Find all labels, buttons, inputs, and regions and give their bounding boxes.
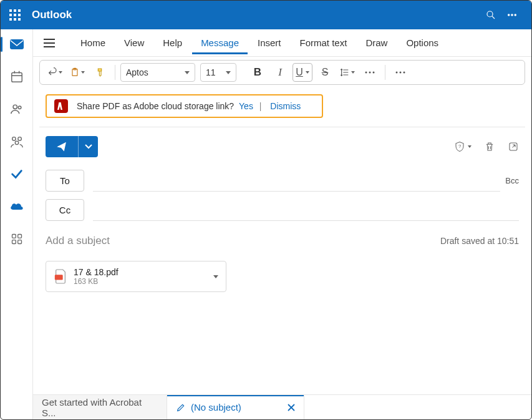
italic-button[interactable]: I xyxy=(270,63,290,82)
adobe-icon xyxy=(54,99,68,113)
svg-point-12 xyxy=(12,137,16,141)
tab-home[interactable]: Home xyxy=(72,31,114,54)
message-body[interactable] xyxy=(39,301,525,394)
svg-line-1 xyxy=(492,16,495,19)
draft-status: Draft saved at 10:51 xyxy=(440,236,519,246)
bold-button[interactable]: B xyxy=(248,63,268,82)
svg-rect-15 xyxy=(12,235,16,238)
rail-apps-icon[interactable] xyxy=(6,230,28,248)
tab-help[interactable]: Help xyxy=(154,31,191,54)
svg-rect-5 xyxy=(10,39,24,49)
cc-input[interactable] xyxy=(93,200,519,221)
send-options-dropdown[interactable] xyxy=(78,136,98,157)
banner-separator: | xyxy=(259,101,262,111)
svg-point-10 xyxy=(13,105,17,109)
to-input[interactable] xyxy=(93,170,500,192)
close-tab-icon[interactable] xyxy=(288,404,295,411)
svg-point-0 xyxy=(487,11,493,17)
attachment-card[interactable]: 17 & 18.pdf 163 KB xyxy=(46,261,226,292)
encryption-button[interactable]: ? xyxy=(454,140,472,153)
tab-message[interactable]: Message xyxy=(192,31,248,54)
strikethrough-button[interactable]: S xyxy=(315,63,335,82)
to-button[interactable]: To xyxy=(46,170,84,192)
rail-calendar-icon[interactable] xyxy=(6,68,28,85)
banner-message: Share PDF as Adobe cloud storage link? xyxy=(77,101,234,111)
title-bar: Outlook xyxy=(1,1,531,29)
svg-point-27 xyxy=(396,72,398,74)
svg-rect-32 xyxy=(55,275,63,280)
cc-button[interactable]: Cc xyxy=(46,199,84,221)
discard-button[interactable] xyxy=(484,140,495,153)
rail-mail-icon[interactable] xyxy=(6,36,28,53)
bottom-tab-draft[interactable]: (No subject) xyxy=(167,395,304,419)
tab-view[interactable]: View xyxy=(115,31,153,54)
format-painter-button[interactable] xyxy=(90,63,110,82)
search-icon[interactable] xyxy=(480,4,501,26)
underline-button[interactable]: U xyxy=(293,63,312,82)
pencil-icon xyxy=(176,403,186,413)
font-size-value: 11 xyxy=(206,67,216,77)
app-title: Outlook xyxy=(32,9,72,21)
app-launcher-icon[interactable] xyxy=(9,9,21,21)
more-formatting-button[interactable] xyxy=(360,63,380,82)
svg-point-29 xyxy=(404,72,405,74)
rail-todo-icon[interactable] xyxy=(6,165,28,183)
tab-draw[interactable]: Draw xyxy=(357,31,396,54)
attachment-size: 163 KB xyxy=(74,277,118,286)
rail-groups-icon[interactable] xyxy=(6,133,28,150)
overflow-button[interactable] xyxy=(390,63,410,82)
svg-rect-17 xyxy=(12,240,16,244)
font-name-select[interactable]: Aptos xyxy=(120,63,195,82)
svg-point-14 xyxy=(15,141,19,145)
svg-rect-6 xyxy=(11,73,22,82)
paste-button[interactable] xyxy=(67,63,87,82)
hamburger-icon[interactable] xyxy=(39,33,59,53)
svg-rect-16 xyxy=(17,235,21,238)
bottom-tab-acrobat[interactable]: Get started with Acrobat S... xyxy=(33,395,167,419)
attachment-name: 17 & 18.pdf xyxy=(74,267,118,277)
svg-text:?: ? xyxy=(458,144,461,149)
font-name-value: Aptos xyxy=(126,67,148,77)
svg-point-24 xyxy=(365,72,367,74)
rail-people-icon[interactable] xyxy=(6,100,28,118)
svg-point-25 xyxy=(369,72,371,74)
font-size-select[interactable]: 11 xyxy=(200,63,236,82)
pdf-file-icon xyxy=(54,268,67,285)
left-rail xyxy=(1,29,33,419)
banner-dismiss-link[interactable]: Dismiss xyxy=(270,101,301,111)
svg-point-2 xyxy=(508,14,510,16)
banner-yes-link[interactable]: Yes xyxy=(239,101,253,111)
undo-button[interactable] xyxy=(45,63,65,82)
svg-rect-18 xyxy=(17,240,21,244)
adobe-share-banner: Share PDF as Adobe cloud storage link? Y… xyxy=(46,94,323,118)
ribbon-tabs: Home View Help Message Insert Format tex… xyxy=(33,29,531,57)
tab-format-text[interactable]: Format text xyxy=(291,31,356,54)
bcc-toggle[interactable]: Bcc xyxy=(505,176,519,185)
attachment-menu-caret[interactable] xyxy=(213,275,218,278)
ribbon-toolbar: Aptos 11 B I U S xyxy=(33,57,531,88)
subject-input[interactable] xyxy=(46,235,434,247)
bottom-tab-bar: Get started with Acrobat S... (No subjec… xyxy=(33,394,531,419)
send-button[interactable] xyxy=(46,136,78,157)
send-split-button xyxy=(46,136,98,157)
popout-button[interactable] xyxy=(508,141,519,152)
more-icon[interactable] xyxy=(501,4,523,26)
svg-point-4 xyxy=(515,14,516,16)
rail-onedrive-icon[interactable] xyxy=(6,198,28,215)
svg-point-3 xyxy=(511,14,513,16)
svg-point-26 xyxy=(373,72,375,74)
tab-options[interactable]: Options xyxy=(397,31,447,54)
line-spacing-button[interactable] xyxy=(337,63,357,82)
svg-point-28 xyxy=(400,72,402,74)
svg-point-11 xyxy=(18,106,21,109)
svg-point-13 xyxy=(17,137,21,141)
tab-insert[interactable]: Insert xyxy=(249,31,290,54)
